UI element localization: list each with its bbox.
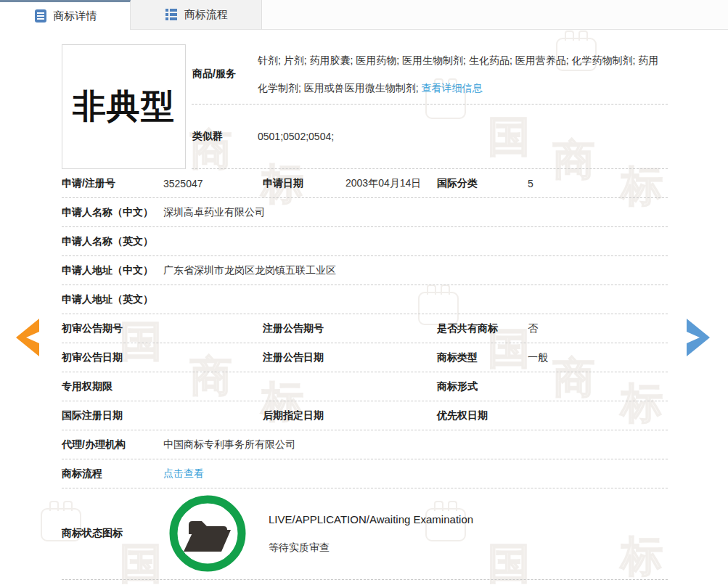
field-label: 商标形式 (437, 380, 528, 393)
field-label: 是否共有商标 (437, 322, 528, 335)
previous-arrow-button[interactable] (13, 318, 41, 360)
similar-group-row: 类似群 0501;0502;0504; (192, 105, 668, 169)
field-label: 申请日期 (263, 177, 345, 190)
goods-services-row: 商品/服务 针剂; 片剂; 药用胶囊; 医用药物; 医用生物制剂; 生化药品; … (192, 44, 668, 105)
field-label: 注册公告日期 (263, 351, 345, 364)
field-value: 5 (528, 178, 533, 189)
similar-group-value: 0501;0502;0504; (258, 131, 334, 142)
tab-trademark-detail[interactable]: 商标详情 (0, 0, 131, 30)
field-label: 代理/办理机构 (62, 438, 163, 451)
trademark-status-folder-icon (167, 493, 248, 574)
field-value: 2003年04月14日 (345, 177, 421, 190)
status-line-english: LIVE/APPLICATION/Awaiting Examination (269, 513, 473, 525)
field-label: 初审公告日期 (62, 351, 163, 364)
field-value: 深圳高卓药业有限公司 (163, 206, 265, 219)
field-label: 商标状态图标 (62, 527, 167, 540)
trademark-detail-panel: 非典型 商品/服务 针剂; 片剂; 药用胶囊; 医用药物; 医用生物制剂; 生化… (0, 30, 728, 580)
field-label: 优先权日期 (437, 409, 528, 422)
table-row-international-dates: 国际注册日期 后期指定日期 优先权日期 (62, 401, 668, 430)
field-label: 商标类型 (437, 351, 528, 364)
table-row-agency: 代理/办理机构 中国商标专利事务所有限公司 (62, 430, 668, 459)
field-label: 申请/注册号 (62, 177, 163, 190)
table-row-registration: 申请/注册号 3525047 申请日期 2003年04月14日 国际分类 5 (62, 169, 668, 198)
table-row-address-en: 申请人地址（英文） (62, 285, 668, 314)
top-right-fields: 商品/服务 针剂; 片剂; 药用胶囊; 医用药物; 医用生物制剂; 生化药品; … (192, 44, 668, 169)
field-label: 国际分类 (437, 177, 528, 190)
field-value: 3525047 (163, 178, 203, 189)
trademark-image-text: 非典型 (73, 84, 175, 129)
click-to-view-link[interactable]: 点击查看 (163, 467, 204, 480)
tab-label: 商标流程 (184, 8, 228, 22)
status-text-block: LIVE/APPLICATION/Awaiting Examination 等待… (269, 513, 473, 555)
field-value: 一般 (528, 351, 548, 364)
field-value: 广东省深圳市龙岗区龙岗镇五联工业区 (163, 264, 336, 277)
field-value: 中国商标专利事务所有限公司 (163, 438, 295, 451)
field-label: 国际注册日期 (62, 409, 163, 422)
table-row-announcement-date: 初审公告日期 注册公告日期 商标类型 一般 (62, 343, 668, 372)
field-label: 申请人名称（中文） (62, 206, 163, 219)
table-row-applicant-en: 申请人名称（英文） (62, 227, 668, 256)
top-section: 非典型 商品/服务 针剂; 片剂; 药用胶囊; 医用药物; 医用生物制剂; 生化… (62, 44, 668, 169)
goods-services-value: 针剂; 片剂; 药用胶囊; 医用药物; 医用生物制剂; 生化药品; 医用营养品;… (258, 46, 668, 102)
tab-bar: 商标详情 商标流程 (0, 0, 728, 30)
field-label: 申请人地址（中文） (62, 264, 163, 277)
next-arrow-button[interactable] (685, 318, 713, 360)
tab-trademark-process[interactable]: 商标流程 (131, 0, 262, 30)
field-value: 否 (528, 322, 538, 335)
field-label: 初审公告期号 (62, 322, 163, 335)
table-row-announcement-no: 初审公告期号 注册公告期号 是否共有商标 否 (62, 314, 668, 343)
table-row-applicant-cn: 申请人名称（中文） 深圳高卓药业有限公司 (62, 198, 668, 227)
field-label: 申请人名称（英文） (62, 235, 163, 248)
view-details-link[interactable]: 查看详细信息 (422, 82, 483, 94)
field-label: 商品/服务 (192, 68, 258, 81)
field-label: 注册公告期号 (263, 322, 345, 335)
field-label: 后期指定日期 (263, 409, 345, 422)
list-icon (164, 7, 179, 22)
field-label: 专用权期限 (62, 380, 163, 393)
field-label: 商标流程 (62, 467, 163, 480)
status-line-chinese: 等待实质审查 (269, 541, 473, 555)
table-row-process: 商标流程 点击查看 (62, 459, 668, 488)
tab-label: 商标详情 (54, 9, 97, 23)
field-label: 申请人地址（英文） (62, 293, 163, 306)
table-row-address-cn: 申请人地址（中文） 广东省深圳市龙岗区龙岗镇五联工业区 (62, 256, 668, 285)
table-row-exclusive-period: 专用权期限 商标形式 (62, 372, 668, 401)
trademark-image: 非典型 (62, 44, 186, 169)
status-row: 商标状态图标 LIVE/APPLICATION/Awaiting Examina… (62, 488, 668, 580)
tab-bar-filler (262, 0, 728, 30)
field-label: 类似群 (192, 130, 258, 143)
document-icon (33, 9, 48, 23)
